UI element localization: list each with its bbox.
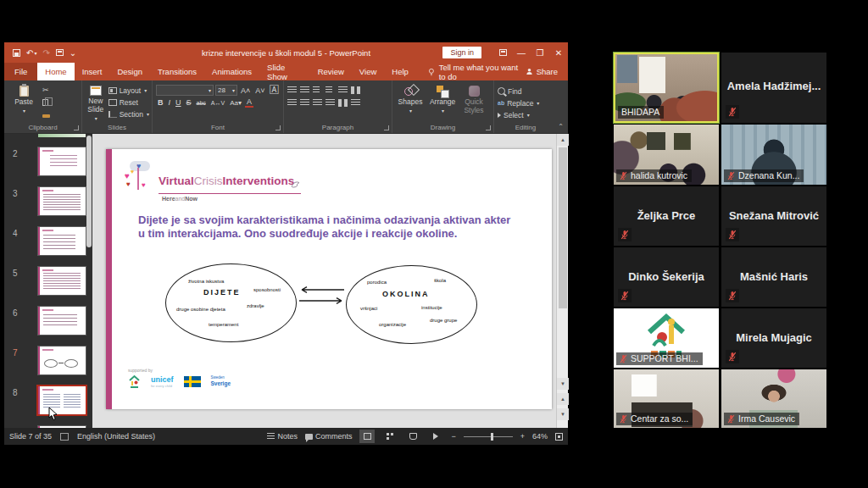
customize-qat-icon[interactable]: ⌄: [70, 48, 76, 58]
normal-view-button[interactable]: [359, 430, 375, 443]
participant-tile-support-bhidapa[interactable]: SUPPORT BHI...: [614, 308, 719, 368]
comments-button[interactable]: Comments: [305, 432, 353, 441]
zoom-level[interactable]: 64%: [532, 432, 548, 441]
slide-thumbnail-6[interactable]: 6: [4, 307, 92, 341]
collapse-ribbon-icon[interactable]: ⌃: [558, 123, 564, 130]
reading-view-button[interactable]: [405, 430, 420, 443]
align-right-icon[interactable]: [313, 99, 322, 107]
bullets-icon[interactable]: [287, 86, 297, 94]
slide-scrollbar[interactable]: ▲ ▼ ▲ ▼: [556, 134, 568, 428]
zoom-in-icon[interactable]: +: [520, 432, 525, 441]
undo-icon[interactable]: ↶▾: [26, 48, 36, 58]
previous-slide-icon[interactable]: ▲: [557, 393, 569, 405]
format-painter-button[interactable]: [42, 109, 50, 119]
font-name-combobox[interactable]: ▾: [156, 85, 214, 96]
close-button[interactable]: ✕: [549, 42, 568, 63]
underline-button[interactable]: U: [174, 97, 183, 108]
drawing-dialog-launcher-icon[interactable]: [486, 125, 491, 130]
tab-animations[interactable]: Animations: [204, 63, 259, 80]
tab-transitions[interactable]: Transitions: [150, 63, 204, 80]
share-button[interactable]: Share: [526, 63, 568, 80]
slide-thumbnail-2[interactable]: 2: [4, 147, 92, 181]
slide-thumbnail-4[interactable]: 4: [4, 227, 92, 261]
participant-tile-amela[interactable]: Amela Hadžimej...: [721, 53, 826, 123]
scroll-up-icon[interactable]: ▲: [557, 134, 569, 146]
slide-sorter-view-button[interactable]: [382, 430, 398, 443]
shrink-font-button[interactable]: A˅: [253, 86, 266, 96]
find-button[interactable]: Find: [498, 86, 539, 96]
justify-icon[interactable]: [326, 99, 335, 107]
slide-thumbnail-7[interactable]: 7: [4, 347, 92, 380]
okolina-ellipse[interactable]: porodica škola OKOLINA vršnjaci instituc…: [346, 265, 477, 344]
start-slideshow-icon[interactable]: [56, 49, 64, 56]
participant-tile-dzenana[interactable]: Dzenana Kun...: [721, 125, 826, 185]
participant-tile-halida[interactable]: halida kutrovic: [614, 125, 719, 185]
slide-body-text[interactable]: Dijete je sa svojim karakteristikama i n…: [138, 214, 543, 241]
copy-button[interactable]: [42, 97, 50, 107]
line-spacing-icon[interactable]: [338, 86, 348, 94]
fit-slide-icon[interactable]: [555, 433, 563, 441]
strikethrough-button[interactable]: S: [185, 97, 193, 108]
participant-tile-irma[interactable]: Irma Causevic: [721, 369, 826, 428]
slide-thumbnail-3[interactable]: 3: [4, 187, 92, 221]
text-direction-icon[interactable]: [351, 86, 360, 94]
participant-tile-mirela[interactable]: Mirela Mujagic: [721, 308, 826, 368]
tab-file[interactable]: File: [4, 63, 37, 80]
new-slide-button[interactable]: New Slide ▾: [86, 84, 106, 121]
zoom-slider[interactable]: [464, 436, 513, 437]
paragraph-dialog-launcher-icon[interactable]: [384, 125, 389, 130]
align-center-icon[interactable]: [300, 99, 309, 107]
reset-button[interactable]: Reset: [108, 97, 149, 107]
character-spacing-button[interactable]: A↔V: [209, 97, 226, 108]
columns-icon[interactable]: [338, 99, 348, 107]
replace-button[interactable]: abReplace▾: [498, 98, 539, 108]
text-shadow-button[interactable]: abc: [195, 97, 208, 108]
italic-button[interactable]: I: [167, 97, 173, 108]
arrange-button[interactable]: Arrange ▾: [427, 84, 458, 114]
sign-in-button[interactable]: Sign in: [442, 47, 481, 58]
align-left-icon[interactable]: [287, 99, 297, 107]
redo-icon[interactable]: ↷: [42, 48, 49, 58]
tab-slideshow[interactable]: Slide Show: [259, 63, 310, 80]
zoom-out-icon[interactable]: −: [451, 432, 455, 441]
cut-button[interactable]: ✂: [42, 86, 50, 95]
slide-1-thumbnail-edge[interactable]: [38, 134, 86, 137]
slide-thumbnail-5[interactable]: 5: [4, 267, 92, 301]
accessibility-icon[interactable]: [60, 433, 69, 441]
restore-button[interactable]: ❐: [531, 42, 549, 63]
tab-view[interactable]: View: [352, 63, 384, 80]
tab-review[interactable]: Review: [310, 63, 352, 80]
scroll-down-icon[interactable]: ▼: [557, 378, 569, 390]
increase-indent-icon[interactable]: [326, 86, 335, 94]
minimize-button[interactable]: —: [512, 42, 531, 63]
tab-home[interactable]: Home: [37, 63, 74, 80]
shapes-button[interactable]: Shapes ▾: [396, 84, 425, 114]
tab-design[interactable]: Design: [109, 63, 150, 80]
tab-insert[interactable]: Insert: [75, 63, 110, 80]
change-case-button[interactable]: Aa▾: [228, 97, 243, 108]
participant-tile-bhidapa[interactable]: BHIDAPA: [614, 53, 719, 123]
participant-tile-snezana[interactable]: Snežana Mitrović: [721, 186, 826, 246]
decrease-indent-icon[interactable]: [313, 86, 322, 94]
tab-help[interactable]: Help: [384, 63, 416, 80]
section-button[interactable]: Section▾: [108, 109, 149, 119]
participant-tile-masnic[interactable]: Mašnić Haris: [721, 247, 826, 307]
dijete-ellipse[interactable]: životna iskustva DIJETE sposobnosti drug…: [165, 263, 297, 342]
participant-tile-dinko[interactable]: Dinko Šekerija: [614, 247, 719, 307]
quick-styles-button[interactable]: Quick Styles: [460, 84, 487, 115]
paste-button[interactable]: Paste ▾: [8, 84, 40, 114]
slide-canvas[interactable]: ♥ ♥ ♥ ♥ ♥ VirtualCrisisInterventions Her…: [106, 149, 552, 409]
save-icon[interactable]: [13, 49, 20, 57]
notes-button[interactable]: Notes: [267, 432, 298, 441]
select-button[interactable]: Select▾: [498, 110, 539, 119]
slide-thumbnail-9[interactable]: 9: [4, 426, 92, 428]
ribbon-display-options-icon[interactable]: [493, 42, 512, 63]
font-size-combobox[interactable]: 28▾: [215, 85, 237, 96]
grow-font-button[interactable]: A˄: [239, 86, 252, 96]
tell-me-box[interactable]: Tell me what you want to do: [428, 63, 526, 80]
slideshow-button[interactable]: [428, 430, 443, 443]
participant-tile-centar[interactable]: Centar za so...: [614, 369, 719, 428]
clipboard-dialog-launcher-icon[interactable]: [74, 125, 79, 130]
scrollbar-thumb[interactable]: [559, 147, 567, 308]
participant-tile-zeljka[interactable]: Željka Prce: [614, 186, 719, 246]
